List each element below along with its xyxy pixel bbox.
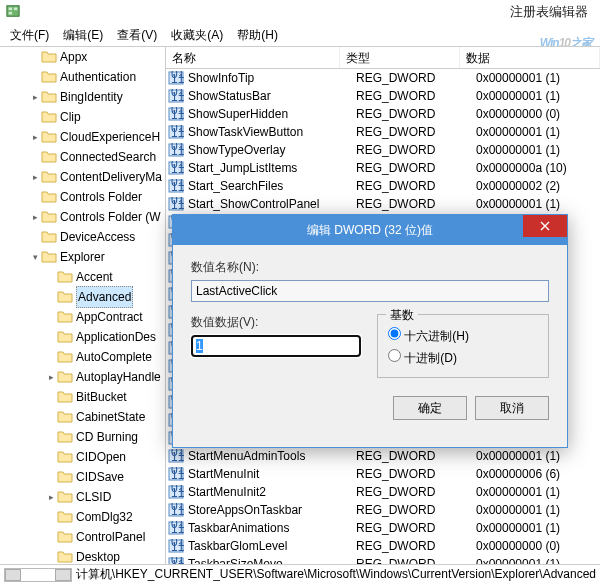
menu-edit[interactable]: 编辑(E) xyxy=(57,25,109,46)
dword-icon: 011110 xyxy=(168,143,184,157)
value-name-input xyxy=(191,280,549,302)
tree-node[interactable]: Appx xyxy=(0,47,165,67)
expand-icon[interactable]: ▸ xyxy=(30,207,40,227)
radio-hex-input[interactable] xyxy=(388,327,401,340)
col-name[interactable]: 名称 xyxy=(166,47,340,68)
expand-icon[interactable]: ▸ xyxy=(30,127,40,147)
list-row[interactable]: 011110TaskbarGlomLevelREG_DWORD0x0000000… xyxy=(166,537,600,555)
tree-node[interactable]: ▸Controls Folder (W xyxy=(0,207,165,227)
list-row[interactable]: 011110ShowTypeOverlayREG_DWORD0x00000001… xyxy=(166,141,600,159)
expand-icon[interactable]: ▸ xyxy=(46,367,56,387)
list-row[interactable]: 011110StartMenuAdminToolsREG_DWORD0x0000… xyxy=(166,447,600,465)
cell-name: StoreAppsOnTaskbar xyxy=(188,503,356,517)
dword-icon: 011110 xyxy=(168,503,184,517)
tree-node[interactable]: ▸BingIdentity xyxy=(0,87,165,107)
menu-help[interactable]: 帮助(H) xyxy=(231,25,284,46)
list-row[interactable]: 011110ShowStatusBarREG_DWORD0x00000001 (… xyxy=(166,87,600,105)
cell-data: 0x00000001 (1) xyxy=(476,449,600,463)
list-row[interactable]: 011110Start_SearchFilesREG_DWORD0x000000… xyxy=(166,177,600,195)
tree-node[interactable]: DeviceAccess xyxy=(0,227,165,247)
cell-name: ShowTaskViewButton xyxy=(188,125,356,139)
tree-pane[interactable]: AppxAuthentication▸BingIdentityClip▸Clou… xyxy=(0,47,166,564)
list-row[interactable]: 011110TaskbarAnimationsREG_DWORD0x000000… xyxy=(166,519,600,537)
list-row[interactable]: 011110ShowInfoTipREG_DWORD0x00000001 (1) xyxy=(166,69,600,87)
radio-dec[interactable]: 十进制(D) xyxy=(388,349,538,367)
cell-data: 0x00000006 (6) xyxy=(476,467,600,481)
dword-icon: 011110 xyxy=(168,485,184,499)
list-row[interactable]: 011110StartMenuInitREG_DWORD0x00000006 (… xyxy=(166,465,600,483)
dialog-titlebar[interactable]: 编辑 DWORD (32 位)值 xyxy=(173,215,567,245)
tree-node[interactable]: ApplicationDes xyxy=(0,327,165,347)
cell-type: REG_DWORD xyxy=(356,161,476,175)
list-row[interactable]: 011110Start_JumpListItemsREG_DWORD0x0000… xyxy=(166,159,600,177)
cell-data: 0x00000001 (1) xyxy=(476,503,600,517)
tree-node[interactable]: ▾Explorer xyxy=(0,247,165,267)
dword-icon: 011110 xyxy=(168,557,184,564)
tree-node[interactable]: ▸ContentDeliveryMa xyxy=(0,167,165,187)
folder-icon xyxy=(41,70,57,84)
tree-node[interactable]: Controls Folder xyxy=(0,187,165,207)
tree-node[interactable]: BitBucket xyxy=(0,387,165,407)
list-row[interactable]: 011110Start_ShowControlPanelREG_DWORD0x0… xyxy=(166,195,600,213)
list-row[interactable]: 011110ShowSuperHiddenREG_DWORD0x00000000… xyxy=(166,105,600,123)
tree-node[interactable]: CIDSave xyxy=(0,467,165,487)
menu-file[interactable]: 文件(F) xyxy=(4,25,55,46)
svg-rect-3 xyxy=(14,8,18,11)
tree-node[interactable]: Desktop xyxy=(0,547,165,564)
expand-icon[interactable]: ▸ xyxy=(30,87,40,107)
cell-name: TaskbarSizeMove xyxy=(188,557,356,564)
tree-label: ComDlg32 xyxy=(76,507,133,527)
tree-node[interactable]: CD Burning xyxy=(0,427,165,447)
list-header[interactable]: 名称 类型 数据 xyxy=(166,47,600,69)
folder-icon xyxy=(57,270,73,284)
tree-label: AutoComplete xyxy=(76,347,152,367)
cell-name: TaskbarAnimations xyxy=(188,521,356,535)
list-row[interactable]: 011110ShowTaskViewButtonREG_DWORD0x00000… xyxy=(166,123,600,141)
folder-icon xyxy=(41,230,57,244)
ok-button[interactable]: 确定 xyxy=(393,396,467,420)
tree-label: ContentDeliveryMa xyxy=(60,167,162,187)
menu-view[interactable]: 查看(V) xyxy=(111,25,163,46)
list-row[interactable]: 011110StartMenuInit2REG_DWORD0x00000001 … xyxy=(166,483,600,501)
tree-node[interactable]: CIDOpen xyxy=(0,447,165,467)
col-data[interactable]: 数据 xyxy=(460,47,600,68)
tree-node[interactable]: ControlPanel xyxy=(0,527,165,547)
tree-label: Desktop xyxy=(76,547,120,564)
cell-data: 0x00000001 (1) xyxy=(476,89,600,103)
svg-rect-0 xyxy=(7,6,19,17)
tree-node[interactable]: ▸CloudExperienceH xyxy=(0,127,165,147)
expand-icon[interactable]: ▸ xyxy=(30,167,40,187)
horizontal-scrollbar[interactable] xyxy=(4,568,72,582)
col-type[interactable]: 类型 xyxy=(340,47,460,68)
value-data-input[interactable] xyxy=(191,335,361,357)
tree-node[interactable]: Advanced xyxy=(0,287,165,307)
tree-node[interactable]: ▸AutoplayHandle xyxy=(0,367,165,387)
tree-node[interactable]: ▸CLSID xyxy=(0,487,165,507)
tree-node[interactable]: Authentication xyxy=(0,67,165,87)
close-button[interactable] xyxy=(523,215,567,237)
titlebar: 注册表编辑器 xyxy=(0,0,600,24)
tree-label: Controls Folder xyxy=(60,187,142,207)
folder-icon xyxy=(57,510,73,524)
cell-name: Start_JumpListItems xyxy=(188,161,356,175)
folder-icon xyxy=(57,430,73,444)
tree-node[interactable]: AutoComplete xyxy=(0,347,165,367)
tree-label: Clip xyxy=(60,107,81,127)
value-name-label: 数值名称(N): xyxy=(191,259,549,276)
list-row[interactable]: 011110TaskbarSizeMoveREG_DWORD0x00000001… xyxy=(166,555,600,564)
tree-node[interactable]: CabinetState xyxy=(0,407,165,427)
folder-icon xyxy=(57,490,73,504)
expand-icon[interactable]: ▾ xyxy=(30,247,40,267)
menu-favorites[interactable]: 收藏夹(A) xyxy=(165,25,229,46)
list-row[interactable]: 011110StoreAppsOnTaskbarREG_DWORD0x00000… xyxy=(166,501,600,519)
cancel-button[interactable]: 取消 xyxy=(475,396,549,420)
tree-node[interactable]: Accent xyxy=(0,267,165,287)
tree-node[interactable]: ComDlg32 xyxy=(0,507,165,527)
radio-hex[interactable]: 十六进制(H) xyxy=(388,327,538,345)
svg-text:110: 110 xyxy=(171,108,184,121)
radio-dec-input[interactable] xyxy=(388,349,401,362)
tree-node[interactable]: AppContract xyxy=(0,307,165,327)
tree-node[interactable]: Clip xyxy=(0,107,165,127)
tree-node[interactable]: ConnectedSearch xyxy=(0,147,165,167)
expand-icon[interactable]: ▸ xyxy=(46,487,56,507)
